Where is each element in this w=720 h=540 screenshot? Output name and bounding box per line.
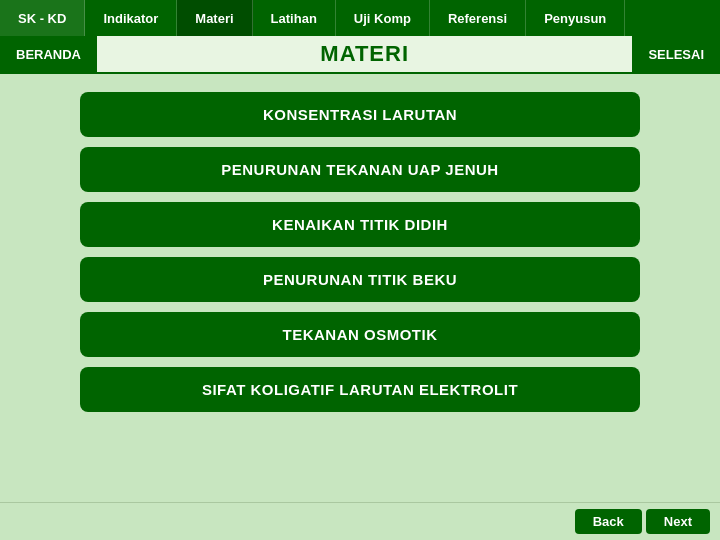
menu-btn-konsentrasi[interactable]: KONSENTRASI LARUTAN bbox=[80, 92, 640, 137]
selesai-button[interactable]: SELESAI bbox=[632, 36, 720, 72]
nav-item-penyusun[interactable]: Penyusun bbox=[526, 0, 625, 36]
back-button[interactable]: Back bbox=[575, 509, 642, 534]
menu-btn-kenaikan-titik-didih[interactable]: KENAIKAN TITIK DIDIH bbox=[80, 202, 640, 247]
nav-item-sk-kd[interactable]: SK - KD bbox=[0, 0, 85, 36]
bottom-bar: Back Next bbox=[0, 502, 720, 540]
top-navigation: SK - KDIndikatorMateriLatihanUji KompRef… bbox=[0, 0, 720, 36]
nav-item-referensi[interactable]: Referensi bbox=[430, 0, 526, 36]
nav-item-materi[interactable]: Materi bbox=[177, 0, 252, 36]
second-bar: BERANDA MATERI SELESAI bbox=[0, 36, 720, 74]
nav-item-latihan[interactable]: Latihan bbox=[253, 0, 336, 36]
menu-btn-tekanan-osmotik[interactable]: TEKANAN OSMOTIK bbox=[80, 312, 640, 357]
menu-btn-penurunan-titik-beku[interactable]: PENURUNAN TITIK BEKU bbox=[80, 257, 640, 302]
menu-btn-sifat-koligatif[interactable]: SIFAT KOLIGATIF LARUTAN ELEKTROLIT bbox=[80, 367, 640, 412]
main-content: KONSENTRASI LARUTANPENURUNAN TEKANAN UAP… bbox=[0, 74, 720, 504]
beranda-button[interactable]: BERANDA bbox=[0, 36, 97, 72]
nav-item-uji-komp[interactable]: Uji Komp bbox=[336, 0, 430, 36]
menu-btn-penurunan-tekanan[interactable]: PENURUNAN TEKANAN UAP JENUH bbox=[80, 147, 640, 192]
nav-item-indikator[interactable]: Indikator bbox=[85, 0, 177, 36]
next-button[interactable]: Next bbox=[646, 509, 710, 534]
page-title: MATERI bbox=[97, 41, 632, 67]
